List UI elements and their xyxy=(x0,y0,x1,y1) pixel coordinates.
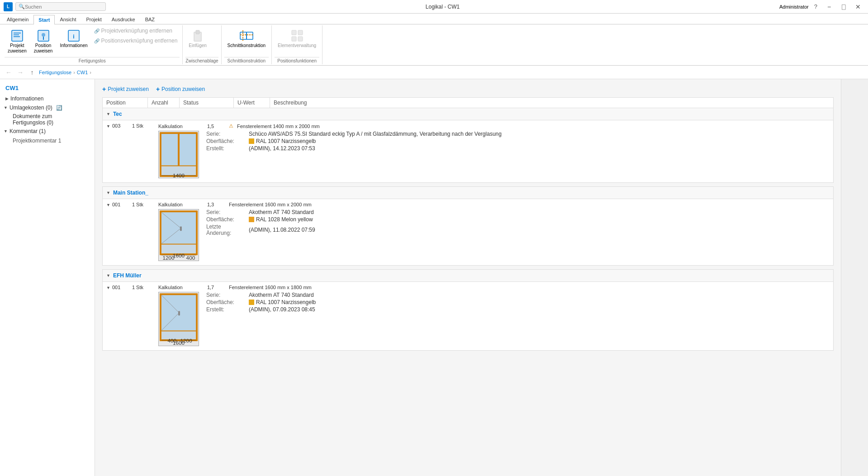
tab-ansicht[interactable]: Ansicht xyxy=(55,14,81,24)
svg-text:1200: 1200 xyxy=(162,255,175,261)
projekt-zuweisen-action-label: Projekt zuweisen xyxy=(108,86,149,92)
projektverknupfung-icon: 🔗 xyxy=(94,29,100,33)
sidebar-item-umlagekosten[interactable]: ▼ Umlagekosten (0) 🔄 xyxy=(0,103,95,112)
tab-start[interactable]: Start xyxy=(33,15,55,24)
tab-allgemein[interactable]: Allgemein xyxy=(2,14,33,24)
restore-button[interactable]: ⎕ xyxy=(837,2,850,12)
item-tec-003-oberflache-row: Oberfläche: RAL 1007 Narzissengelb xyxy=(206,138,830,144)
group-main-station-header[interactable]: ▼ Main Station_ xyxy=(103,187,833,199)
item-tec-003-status: Kalkulation xyxy=(158,124,204,129)
item-main-001-desc: Fensterelement 1600 mm x 2000 mm xyxy=(229,202,830,207)
zwischenablage-group-label: Zwischenablage xyxy=(185,57,218,64)
item-efh-001-qty: 1 Stk xyxy=(132,285,155,290)
plus-icon-1: + xyxy=(102,86,106,93)
sidebar-item-kommentar[interactable]: ▼ Kommentar (1) xyxy=(0,127,95,136)
svg-rect-25 xyxy=(178,134,180,165)
item-main-001-pos: 001 xyxy=(112,202,130,207)
app-icon: L xyxy=(4,2,13,11)
schnittkonstruktion-button[interactable]: Schnittkonstruktion xyxy=(224,26,269,51)
refresh-icon[interactable]: 🔄 xyxy=(56,105,62,111)
svg-rect-15 xyxy=(247,32,253,39)
informationen-sidebar-label: Informationen xyxy=(10,95,43,102)
ribbon-group-fertigungslos: Projektzuweisen Positionzuweisen i Infor… xyxy=(2,25,183,64)
item-tec-003-oberflache-value: RAL 1007 Narzissengelb xyxy=(249,138,316,144)
position-zuweisen-button[interactable]: Positionzuweisen xyxy=(31,26,56,56)
search-box[interactable]: 🔍 xyxy=(15,2,106,11)
item-main-001-color-swatch xyxy=(249,217,254,222)
svg-text:i: i xyxy=(73,33,74,40)
item-efh-001: ▼ 001 1 Stk Kalkulation 1,7 Fenstereleme… xyxy=(103,282,833,350)
title-bar-left: L 🔍 xyxy=(4,2,106,11)
breadcrumb-cw1[interactable]: CW1 xyxy=(77,70,88,75)
item-efh-001-info: Serie: Akotherm AT 740 Standard Oberfläc… xyxy=(206,292,830,347)
ribbon-group-positionsfunktionen-content: Elementverwaltung xyxy=(275,26,319,56)
group-main-station-arrow-icon: ▼ xyxy=(106,190,110,195)
search-input[interactable] xyxy=(25,4,97,10)
svg-rect-19 xyxy=(298,30,303,35)
item-main-001-uval: 1,3 xyxy=(207,202,225,207)
group-main-station: ▼ Main Station_ ▼ 001 1 Stk Kalkulation … xyxy=(102,186,834,266)
item-tec-003-created-label: Erstellt: xyxy=(206,145,247,152)
item-tec-003-warning-icon: ⚠ xyxy=(229,123,233,129)
positionsverknupfung-button[interactable]: 🔗 Positionsverknüpfung entfernen xyxy=(92,36,180,45)
ribbon-group-positionsfunktionen: Elementverwaltung Positionsfunktionen xyxy=(272,25,323,64)
group-tec-header[interactable]: ▼ Tec xyxy=(103,108,833,120)
item-main-001-expand-icon[interactable]: ▼ xyxy=(106,203,110,207)
tab-baz[interactable]: BAZ xyxy=(140,14,160,24)
schnittkonstruktion-icon xyxy=(239,29,254,43)
elementverwaltung-icon xyxy=(290,29,304,43)
close-button[interactable]: ✕ xyxy=(852,2,864,12)
left-panel: CW1 ▶ Informationen ▼ Umlagekosten (0) 🔄… xyxy=(0,79,95,476)
item-tec-003-left: ▼ 003 1 Stk xyxy=(106,123,155,180)
item-efh-001-content: Kalkulation 1,7 Fensterelement 1600 mm x… xyxy=(158,285,830,347)
minimize-button[interactable]: − xyxy=(823,2,835,12)
item-main-001-qty: 1 Stk xyxy=(132,202,155,207)
back-button[interactable]: ← xyxy=(4,67,14,77)
ribbon-group-schnittkonstruktion: Schnittkonstruktion Schnittkonstruktion xyxy=(222,25,272,64)
sidebar-item-dokumente[interactable]: Dokumente zum Fertigungslos (0) xyxy=(0,112,95,127)
elementverwaltung-button[interactable]: Elementverwaltung xyxy=(275,26,319,51)
position-zuweisen-action[interactable]: + Position zuweisen xyxy=(156,85,205,94)
item-efh-001-status: Kalkulation xyxy=(158,285,204,290)
th-beschreibung: Beschreibung xyxy=(270,98,833,108)
table-header: Position Anzahl Status U-Wert Beschreibu… xyxy=(102,97,834,108)
item-efh-001-serie-row: Serie: Akotherm AT 740 Standard xyxy=(206,292,830,298)
breadcrumb-sep-1: › xyxy=(73,70,75,75)
projekt-zuweisen-action[interactable]: + Projekt zuweisen xyxy=(102,85,149,94)
item-efh-001-details: 400 1200 1600 Serie: Akotherm AT 740 Sta… xyxy=(158,292,830,347)
breadcrumb-fertigungslose[interactable]: Fertigungslose xyxy=(39,70,71,75)
item-main-001-serie-label: Serie: xyxy=(206,209,247,215)
item-tec-003-created-value: (ADMIN), 14.12.2023 07:53 xyxy=(249,145,315,152)
breadcrumb-sep-2: › xyxy=(90,70,91,75)
projekt-zuweisen-label: Projektzuweisen xyxy=(8,43,27,54)
item-tec-003-serie-value: Schüco AWS/ADS 75.SI Standard eckig Typ … xyxy=(249,131,502,137)
group-efh-muller-header[interactable]: ▼ EFH Müller xyxy=(103,270,833,282)
projektverknupfung-button[interactable]: 🔗 Projektverknüpfung entfernen xyxy=(92,26,180,35)
item-main-001-changed-label: Letzte Änderung: xyxy=(206,224,247,236)
up-button[interactable]: ↑ xyxy=(27,67,37,77)
group-main-station-name: Main Station_ xyxy=(113,190,148,196)
sidebar-item-informationen[interactable]: ▶ Informationen xyxy=(0,94,95,103)
content-area: + Projekt zuweisen + Position zuweisen P… xyxy=(95,79,841,476)
item-efh-001-uval: 1,7 xyxy=(207,285,225,290)
item-efh-001-expand-icon[interactable]: ▼ xyxy=(106,286,110,290)
item-main-001: ▼ 001 1 Stk Kalkulation 1,3 Fenstereleme… xyxy=(103,199,833,265)
tab-projekt[interactable]: Projekt xyxy=(81,14,106,24)
th-status: Status xyxy=(180,98,234,108)
item-tec-003-expand-icon[interactable]: ▼ xyxy=(106,124,110,129)
item-main-001-content: Kalkulation 1,3 Fensterelement 1600 mm x… xyxy=(158,202,830,262)
item-tec-003-details: 1400 Serie: Schüco AWS/ADS 75.SI Standar… xyxy=(158,131,830,180)
group-tec: ▼ Tec ▼ 003 1 Stk Kalkulation 1,5 ⚠ xyxy=(102,108,834,183)
position-zuweisen-icon xyxy=(36,29,51,43)
forward-button[interactable]: → xyxy=(15,67,25,77)
title-right: Administrator ? − ⎕ ✕ xyxy=(779,2,864,12)
help-icon[interactable]: ? xyxy=(814,3,817,10)
informationen-icon: i xyxy=(66,29,81,43)
item-efh-001-oberflache-row: Oberfläche: RAL 1007 Narzissengelb xyxy=(206,299,830,305)
group-efh-muller: ▼ EFH Müller ▼ 001 1 Stk Kalkulation 1,7 xyxy=(102,269,834,351)
einfugen-button[interactable]: Einfügen xyxy=(185,26,209,51)
informationen-button[interactable]: i Informationen xyxy=(57,26,90,51)
tab-ausdrucke[interactable]: Ausdrucke xyxy=(107,14,140,24)
umlagekosten-label: Umlagekosten (0) xyxy=(9,105,52,111)
projekt-zuweisen-button[interactable]: Projektzuweisen xyxy=(5,26,30,56)
